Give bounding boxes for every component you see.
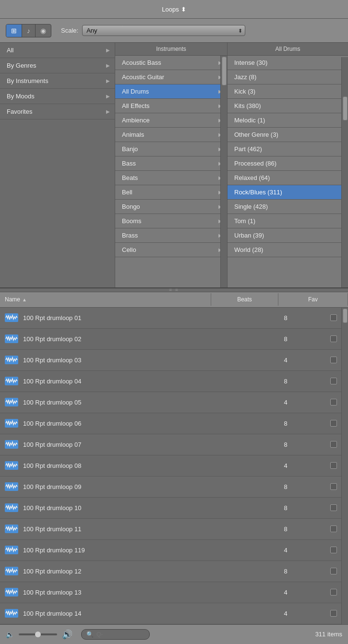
list-item[interactable]: 100 Rpt drumloop 048 [0,371,348,392]
list-item[interactable]: 100 Rpt drumloop 128 [0,561,348,582]
mid-item-booms[interactable]: Booms ▶ [115,214,227,228]
right-item-other-genre[interactable]: Other Genre (3) [228,128,348,142]
mid-item-ambience[interactable]: Ambience ▶ [115,113,227,128]
waveform-icon [5,503,18,512]
mid-item-acoustic-bass[interactable]: Acoustic Bass ▶ [115,56,227,70]
list-item[interactable]: 100 Rpt drumloop 144 [0,603,348,624]
waveform-icon [5,609,18,618]
row-name: 100 Rpt drumloop 03 [23,357,252,364]
fav-checkbox[interactable] [330,441,337,448]
list-item[interactable]: 100 Rpt drumloop 018 [0,308,348,329]
fav-checkbox[interactable] [330,483,337,490]
fav-checkbox[interactable] [330,525,337,532]
list-item[interactable]: 100 Rpt drumloop 054 [0,392,348,413]
fav-checkbox[interactable] [330,378,337,384]
fav-checkbox[interactable] [330,462,337,469]
drag-handle[interactable]: = = [0,288,348,292]
list-item[interactable]: 100 Rpt drumloop 1194 [0,540,348,561]
arrow-icon: ▶ [106,94,110,99]
waveform-icon [5,334,18,343]
right-item-rock-blues[interactable]: Rock/Blues (311) [228,185,348,200]
footer: 🔈 🔊 🔍 311 items [0,624,348,644]
left-item-favorites[interactable]: Favorites ▶ [0,104,115,119]
mid-column-scroll: Acoustic Bass ▶ Acoustic Guitar ▶ All Dr… [115,56,227,287]
right-item-urban[interactable]: Urban (39) [228,228,348,243]
fav-checkbox[interactable] [330,610,337,617]
fav-checkbox[interactable] [330,547,337,553]
row-beats: 8 [252,335,319,343]
right-item-tom[interactable]: Tom (1) [228,214,348,228]
right-item-single[interactable]: Single (428) [228,200,348,214]
fav-checkbox[interactable] [330,568,337,574]
row-name: 100 Rpt drumloop 09 [23,483,252,490]
mid-item-bell[interactable]: Bell ▶ [115,185,227,200]
mid-scrollbar-thumb[interactable] [222,57,227,85]
right-item-part[interactable]: Part (462) [228,142,348,156]
right-item-processed[interactable]: Processed (86) [228,156,348,171]
row-name: 100 Rpt drumloop 119 [23,547,252,554]
list-item[interactable]: 100 Rpt drumloop 108 [0,498,348,519]
fav-checkbox[interactable] [330,335,337,342]
right-item-relaxed[interactable]: Relaxed (64) [228,171,348,185]
row-beats: 4 [252,610,319,617]
waveform-icon-cell [0,440,23,449]
mid-item-bass[interactable]: Bass ▶ [115,156,227,171]
right-item-kits[interactable]: Kits (380) [228,99,348,113]
fav-checkbox[interactable] [330,420,337,427]
fav-checkbox[interactable] [330,589,337,596]
list-header-fav[interactable]: Fav [278,293,348,306]
list-body: 100 Rpt drumloop 018100 Rpt drumloop 028… [0,308,348,624]
mid-item-all-effects[interactable]: All Effects ▶ [115,99,227,113]
list-item[interactable]: 100 Rpt drumloop 118 [0,519,348,540]
music-view-button[interactable]: ♪ [22,24,36,37]
right-item-intense[interactable]: Intense (30) [228,56,348,70]
row-name: 100 Rpt drumloop 12 [23,568,252,575]
mid-item-cello[interactable]: Cello ▶ [115,243,227,257]
grid-view-button[interactable]: ⊞ [6,24,22,37]
mid-column-scrollbar[interactable] [220,56,227,287]
list-item[interactable]: 100 Rpt drumloop 028 [0,329,348,350]
list-header-beats[interactable]: Beats [211,293,278,306]
mid-item-brass[interactable]: Brass ▶ [115,228,227,243]
left-item-by-moods[interactable]: By Moods ▶ [0,89,115,104]
left-item-by-genres[interactable]: By Genres ▶ [0,58,115,73]
right-item-jazz[interactable]: Jazz (8) [228,70,348,84]
right-item-kick[interactable]: Kick (3) [228,84,348,99]
fav-checkbox[interactable] [330,357,337,363]
right-item-melodic[interactable]: Melodic (1) [228,113,348,128]
fav-checkbox[interactable] [330,399,337,405]
row-name: 100 Rpt drumloop 07 [23,441,252,448]
fav-checkbox[interactable] [330,504,337,511]
right-scrollbar-thumb[interactable] [343,96,348,120]
scale-select[interactable]: Any Major Minor Neither [82,25,245,36]
list-scrollbar-thumb[interactable] [343,309,348,323]
list-item[interactable]: 100 Rpt drumloop 034 [0,350,348,371]
volume-thumb[interactable] [35,632,41,637]
left-item-by-instruments[interactable]: By Instruments ▶ [0,73,115,89]
mid-item-all-drums[interactable]: All Drums ▶ [115,84,227,99]
list-item[interactable]: 100 Rpt drumloop 078 [0,434,348,455]
podcast-view-button[interactable]: ◉ [36,24,51,37]
list-item[interactable]: 100 Rpt drumloop 098 [0,477,348,498]
list-item[interactable]: 100 Rpt drumloop 134 [0,582,348,603]
mid-item-bongo[interactable]: Bongo ▶ [115,200,227,214]
list-item[interactable]: 100 Rpt drumloop 084 [0,455,348,477]
list-scrollbar[interactable] [341,308,348,624]
fav-checkbox[interactable] [330,314,337,321]
mid-item-beats[interactable]: Beats ▶ [115,171,227,185]
waveform-icon [5,525,18,533]
right-column-scrollbar[interactable] [341,57,348,287]
volume-slider[interactable] [19,633,57,635]
right-item-world[interactable]: World (28) [228,243,348,257]
mid-item-animals[interactable]: Animals ▶ [115,128,227,142]
mid-item-banjo[interactable]: Banjo ▶ [115,142,227,156]
search-box: 🔍 [81,629,150,640]
items-count: 311 items [315,631,342,638]
search-input[interactable] [96,631,144,638]
waveform-icon [5,313,18,322]
list-header-name[interactable]: Name ▲ [0,293,211,306]
mid-item-acoustic-guitar[interactable]: Acoustic Guitar ▶ [115,70,227,84]
left-item-all[interactable]: All ▶ [0,43,115,58]
waveform-icon-cell [0,609,23,618]
list-item[interactable]: 100 Rpt drumloop 068 [0,413,348,434]
